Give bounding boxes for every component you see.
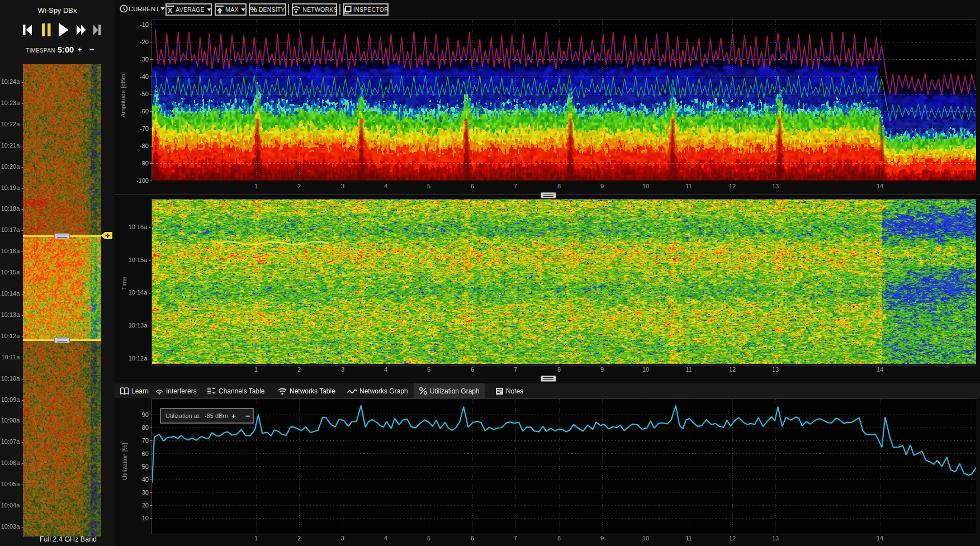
- svg-text:X: X: [168, 6, 173, 14]
